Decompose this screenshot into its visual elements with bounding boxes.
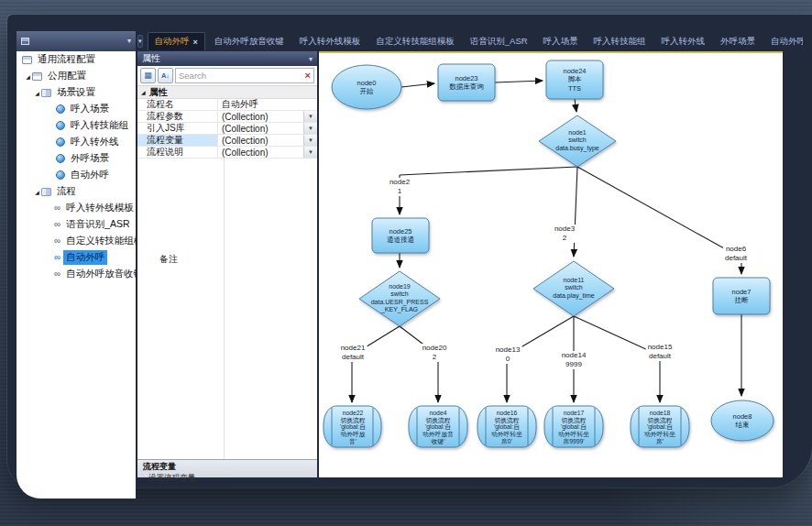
tab-inbound-scene[interactable]: 呼入场景 [537, 33, 585, 50]
chain-icon: ∞ [54, 220, 60, 229]
properties-panel-header: 属性 ▾ [137, 51, 317, 66]
node-switch-play-time[interactable] [533, 261, 614, 316]
edge-label-node2: node2 1 [388, 178, 411, 196]
edge-label-node3: node3 2 [553, 225, 576, 243]
chevron-down-icon[interactable]: ▾ [127, 38, 131, 45]
edge-label-node20: node20 2 [421, 344, 449, 362]
tree-item-inbound-scene[interactable]: 呼入场景 [16, 101, 136, 117]
dropdown-arrow-icon[interactable]: ▼ [303, 123, 317, 134]
dropdown-arrow-icon[interactable]: ▼ [303, 111, 317, 122]
tree-item-flow-auto-outbound[interactable]: ∞ 自动外呼 [16, 249, 136, 266]
node-subflow-17[interactable] [544, 406, 603, 447]
tab-auto-outbound2[interactable]: 自动外呼 [764, 33, 803, 50]
document-tab-bar: ▾ 自动外呼 × 自动外呼放音收键 呼入转外线模板 自定义转技能组模板 语音识别… [137, 31, 803, 51]
node-channel-connected[interactable] [372, 218, 429, 253]
scene-icon [56, 121, 65, 130]
tab-outbound-scene[interactable]: 外呼场景 [714, 33, 762, 50]
tree-item-flows[interactable]: ◢ 流程 [16, 183, 136, 200]
tab-inbound-outline[interactable]: 呼入转外线 [655, 33, 712, 50]
tree-item-outbound-scene[interactable]: 外呼场景 [16, 150, 136, 167]
node-start[interactable] [332, 65, 401, 109]
expander-icon[interactable]: ◢ [33, 189, 41, 195]
tree-item-auto-outbound-scene[interactable]: 自动外呼 [16, 167, 136, 183]
tab-asr[interactable]: 语音识别_ASR [464, 33, 534, 50]
expander-icon: ◢ [141, 89, 146, 95]
tree-item-flow-asr[interactable]: ∞ 语音识别_ASR [16, 216, 136, 233]
flows-icon [41, 188, 51, 196]
node-switch-busy-type[interactable] [539, 115, 616, 167]
tree-item-scene-settings[interactable]: ◢ 场景设置 [16, 84, 136, 101]
tab-label: 自动外呼 [155, 36, 190, 48]
tree-item-general-flow-config[interactable]: 通用流程配置 [16, 51, 136, 68]
properties-toolbar: ▦ A↓ × [137, 66, 317, 86]
property-remark-area: 备注 [137, 159, 317, 459]
edge-label-node15: node15 default [646, 343, 675, 361]
scene-icon [56, 104, 65, 114]
property-section-header[interactable]: ◢ 属性 [137, 86, 317, 99]
chain-icon: ∞ [54, 203, 60, 213]
chain-icon: ∞ [54, 253, 60, 262]
dropdown-arrow-icon[interactable]: ▼ [303, 135, 317, 146]
property-search-box: × [175, 68, 314, 83]
node-subflow-4[interactable] [409, 406, 467, 447]
project-panel-header: ▾ [16, 31, 136, 51]
properties-title: 属性 [142, 52, 160, 65]
node-subflow-16[interactable] [477, 406, 536, 447]
dropdown-arrow-icon[interactable]: ▼ [303, 147, 317, 158]
project-panel-icon [21, 38, 29, 45]
edge-label-node13: node13 0 [494, 345, 522, 364]
scene-icon [56, 137, 65, 147]
chain-icon: ∞ [54, 236, 60, 246]
tab-inbound-skillgroup[interactable]: 呼入转技能组 [587, 33, 653, 50]
flow-config-icon [22, 56, 32, 64]
property-row-flow-description[interactable]: 流程说明 (Collection) ▼ [137, 147, 317, 159]
tree-item-flow-auto-outbound-play-key[interactable]: ∞ 自动外呼放音收键 [16, 266, 136, 282]
tab-custom-skillgroup-template[interactable]: 自定义转技能组模板 [369, 33, 461, 50]
tree-item-public-config[interactable]: ◢ 公用配置 [16, 68, 136, 84]
tree-item-flow-custom-skillgroup-template[interactable]: ∞ 自定义转技能组模板 [16, 233, 136, 249]
scene-icon [56, 170, 65, 180]
node-switch-press-key[interactable] [359, 271, 440, 326]
node-db-query[interactable] [438, 64, 495, 101]
tab-auto-outbound-play-key[interactable]: 自动外呼放音收键 [208, 33, 291, 50]
properties-footer: 流程变量 设置流程变量 [137, 459, 317, 477]
node-hangup[interactable] [713, 278, 770, 314]
edge-label-node6: node6 default [723, 245, 749, 263]
clear-search-icon[interactable]: × [305, 71, 311, 81]
properties-panel: 属性 ▾ ▦ A↓ × ◢ 属性 流程名 自动外呼 流程参数 (Collecti… [137, 51, 317, 477]
chain-icon: ∞ [54, 269, 60, 279]
edge-label-node21: node21 default [339, 344, 368, 362]
tree-item-inbound-outline[interactable]: 呼入转外线 [16, 134, 136, 150]
node-script-tts[interactable] [546, 60, 603, 99]
expander-icon[interactable]: ◢ [24, 73, 32, 80]
selected-property-name: 流程变量 [143, 461, 312, 473]
expander-icon[interactable]: ◢ [33, 90, 41, 96]
folder-icon [32, 72, 42, 81]
desktop-background: { "icons": { "chevron_down": "▾", "close… [0, 0, 812, 526]
column-divider [224, 159, 225, 459]
search-input[interactable] [179, 71, 305, 81]
tab-auto-outbound-active[interactable]: 自动外呼 × [148, 32, 205, 50]
sort-az-icon[interactable]: A↓ [158, 68, 173, 83]
categorized-icon[interactable]: ▦ [140, 68, 156, 83]
flow-designer-canvas[interactable]: node0 开始 node23 数据库查询 node24 脚本 TTS node… [319, 51, 783, 477]
project-tree-panel: 通用流程配置 ◢ 公用配置 ◢ 场景设置 呼入场景 呼入转技能组 呼入转外线 外… [16, 51, 136, 499]
remark-label: 备注 [159, 253, 178, 266]
tree-item-flow-inbound-outline-template[interactable]: ∞ 呼入转外线模板 [16, 200, 136, 216]
node-end[interactable] [711, 400, 774, 441]
selected-property-description: 设置流程变量 [143, 473, 312, 484]
tab-list-dropdown-icon[interactable]: ▾ [137, 35, 143, 48]
flow-edges-and-shapes [319, 53, 783, 477]
close-icon[interactable]: × [193, 38, 198, 47]
node-subflow-18[interactable] [631, 406, 689, 447]
tab-inbound-to-outline-template[interactable]: 呼入转外线模板 [293, 33, 368, 50]
edge-label-node14: node14 9999 [560, 351, 588, 369]
scene-icon [56, 154, 65, 163]
tree-item-inbound-skillgroup[interactable]: 呼入转技能组 [16, 117, 136, 134]
scene-settings-icon [41, 89, 51, 97]
chevron-down-icon[interactable]: ▾ [309, 55, 313, 63]
app-window: ▾ 自动外呼 × 自动外呼放音收键 呼入转外线模板 自定义转技能组模板 语音识别… [7, 15, 812, 488]
